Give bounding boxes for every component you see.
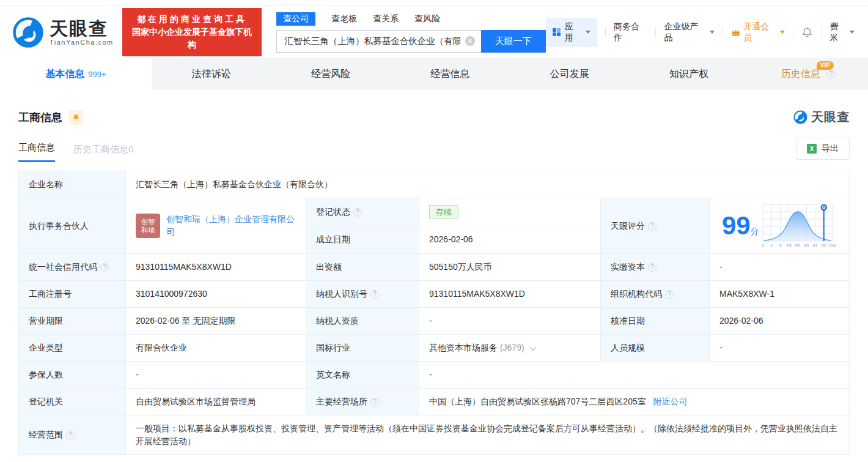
- field-label-taxpayer-qualification: 纳税人资质: [306, 308, 419, 335]
- help-icon[interactable]: ?: [100, 263, 109, 272]
- chevron-down-icon: [780, 31, 785, 34]
- tianyancha-swirl-icon: [12, 17, 44, 48]
- chevron-down-icon: [850, 31, 855, 34]
- subtab-history-registration[interactable]: 历史工商信息0: [73, 144, 133, 162]
- table-row: 企业名称 汇智长三角（上海）私募基金合伙企业（有限合伙）: [19, 171, 850, 198]
- page-top-divider: [0, 0, 868, 6]
- open-vip-button[interactable]: 开通会员: [731, 21, 785, 43]
- field-label-company-name: 企业名称: [19, 171, 126, 198]
- subtab-business-registration[interactable]: 工商信息: [18, 142, 55, 162]
- org-code-label: 组织机构代码: [611, 289, 662, 299]
- corner-logo-label: 天眼查: [811, 109, 850, 125]
- slogan-line2: 国家中小企业发展子基金旗下机构: [128, 26, 256, 51]
- field-value-approval-date: 2026-02-06: [710, 308, 850, 335]
- field-value-registration-authority: 自由贸易试验区市场监督管理局: [126, 389, 306, 415]
- vip-badge: VIP: [817, 61, 834, 70]
- registration-status-label: 登记状态: [316, 207, 350, 217]
- help-icon[interactable]: ?: [648, 222, 657, 231]
- tab-history-info[interactable]: VIP 历史信息 ?: [749, 58, 868, 90]
- tab-intellectual-property[interactable]: 知识产权: [629, 58, 748, 90]
- notification-bell-icon[interactable]: [801, 26, 813, 38]
- field-value-business-term: 2026-02-06 至 无固定期限: [126, 308, 306, 335]
- chevron-down-icon: [586, 31, 590, 34]
- tab-business-info[interactable]: 经营信息: [391, 58, 510, 90]
- export-label: 导出: [822, 143, 839, 154]
- table-row: 工商注册号 310141000972630 纳税人识别号? 91310115MA…: [19, 281, 850, 308]
- status-badge: 存续: [429, 205, 458, 219]
- section-title: 工商信息: [18, 110, 62, 125]
- help-icon[interactable]: ?: [370, 290, 379, 299]
- divider: [821, 28, 822, 37]
- search-input[interactable]: [277, 31, 481, 52]
- tab-operational-risk[interactable]: 经营风险: [271, 58, 390, 90]
- business-cooperation-link[interactable]: 商务合作: [614, 21, 647, 43]
- clear-search-icon[interactable]: ✕: [465, 36, 475, 46]
- business-info-table: 企业名称 汇智长三角（上海）私募基金合伙企业（有限合伙） 执行事务合伙人 创智 …: [18, 171, 850, 455]
- taxpayer-id-label: 纳税人识别号: [316, 289, 367, 299]
- table-row: 统一社会信用代码? 91310115MAK5X8XW1D 出资额 505150万…: [19, 254, 850, 281]
- search-tab-relation[interactable]: 查关系: [373, 12, 399, 26]
- field-value-tianyan-score: 99分: [710, 198, 850, 254]
- svg-text:0: 0: [762, 243, 764, 248]
- field-label-industry: 国标行业: [306, 335, 419, 362]
- tianyancha-logo[interactable]: 天眼查 TianYanCha.com: [12, 17, 114, 48]
- field-label-insured-count: 参保人数: [19, 362, 126, 389]
- slogan-banner: 都在用的商业查询工具 国家中小企业发展子基金旗下机构: [122, 8, 262, 56]
- username-label: 费米: [829, 21, 847, 43]
- field-value-contribution: 505150万人民币: [419, 254, 601, 281]
- search-button[interactable]: 天眼一下: [481, 30, 546, 53]
- help-icon[interactable]: ?: [827, 70, 836, 78]
- help-icon[interactable]: ?: [353, 208, 362, 217]
- search-tab-boss[interactable]: 查老板: [331, 12, 357, 26]
- field-value-paid-capital: -: [710, 254, 850, 281]
- tab-legal-proceedings[interactable]: 法律诉讼: [152, 58, 271, 90]
- score-value: 99: [722, 211, 751, 240]
- field-value-registration-no: 310141000972630: [126, 281, 306, 308]
- expand-chevron-icon[interactable]: [530, 345, 536, 351]
- partner-avatar[interactable]: 创智 和瑞: [136, 214, 160, 238]
- company-nav-tabs: 基本信息 999+ 法律诉讼 经营风险 经营信息 公司发展 知识产权 VIP 历…: [0, 58, 868, 90]
- field-label-english-name: 英文名称: [306, 362, 419, 389]
- user-menu[interactable]: 费米: [829, 21, 855, 43]
- field-label-business-address: 主要经营场所?: [306, 389, 419, 415]
- paid-capital-label: 实缴资本: [611, 262, 645, 272]
- help-icon[interactable]: ?: [665, 290, 674, 299]
- svg-text:15: 15: [787, 243, 792, 248]
- field-value-company-type: 有限合伙企业: [126, 335, 306, 362]
- business-scope-label: 经营范围: [29, 430, 63, 439]
- help-icon[interactable]: ?: [370, 398, 379, 406]
- apps-menu-button[interactable]: 应用: [546, 18, 597, 47]
- search-block: 查公司 查老板 查关系 查风险 ✕ 天眼一下: [276, 12, 546, 53]
- tab-basic-info[interactable]: 基本信息 999+: [0, 58, 152, 90]
- enterprise-products-menu[interactable]: 企业级产品: [664, 21, 714, 43]
- field-value-english-name: -: [419, 362, 850, 389]
- table-row: 登记机关 自由贸易试验区市场监督管理局 主要经营场所? 中国（上海）自由贸易试验…: [19, 389, 850, 415]
- divider: [793, 28, 793, 37]
- table-row: 执行事务合伙人 创智 和瑞 创智和瑞（上海）企业管理有限公司 登记状态? 存续: [19, 198, 850, 226]
- crown-icon: [731, 28, 741, 37]
- nearby-companies-link[interactable]: 附近公司: [653, 397, 688, 406]
- corner-watermark-logo: 天眼查: [793, 109, 850, 125]
- help-icon[interactable]: ?: [66, 431, 75, 439]
- table-row: 营业期限 2026-02-06 至 无固定期限 纳税人资质 - 核准日期 202…: [19, 308, 850, 335]
- table-row: 参保人数 - 英文名称 -: [19, 362, 850, 389]
- avatar-text-line1: 创智: [141, 217, 155, 226]
- svg-text:85: 85: [804, 243, 809, 248]
- field-label-credit-code: 统一社会信用代码?: [19, 254, 126, 281]
- score-axis-labels: 0 1 3 15 50 85 97 99 100: [762, 243, 836, 248]
- field-value-registration-status: 存续: [419, 198, 601, 226]
- field-value-credit-code: 91310115MAK5X8XW1D: [126, 254, 306, 281]
- search-tab-company[interactable]: 查公司: [276, 12, 315, 26]
- field-label-tianyan-score: 天眼评分?: [601, 198, 710, 254]
- field-value-insured-count: -: [126, 362, 306, 389]
- export-button[interactable]: X 导出: [796, 138, 850, 160]
- subscribe-bell-button[interactable]: [68, 110, 83, 125]
- field-label-org-code: 组织机构代码?: [601, 281, 710, 308]
- partner-company-link[interactable]: 创智和瑞（上海）企业管理有限公司: [166, 213, 296, 239]
- search-tab-risk[interactable]: 查风险: [414, 12, 440, 26]
- help-icon[interactable]: ?: [648, 263, 657, 272]
- field-value-company-name: 汇智长三角（上海）私募基金合伙企业（有限合伙）: [126, 171, 850, 198]
- tab-company-development[interactable]: 公司发展: [510, 58, 629, 90]
- score-distribution-chart: 0 1 3 15 50 85 97 99 100: [760, 202, 836, 250]
- divider: [605, 28, 606, 37]
